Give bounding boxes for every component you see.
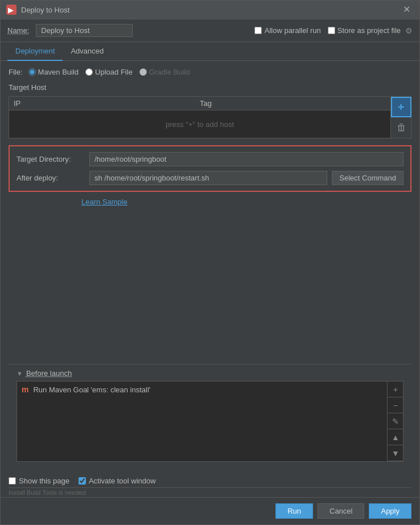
store-as-project-file-label[interactable]: Store as project file <box>337 26 401 35</box>
target-directory-label: Target Directory: <box>17 155 85 163</box>
target-host-section-label: Target Host <box>9 83 411 92</box>
after-deploy-input[interactable] <box>89 171 327 185</box>
ip-column-header: IP <box>14 99 200 108</box>
before-launch-header: ▼ Before launch <box>17 369 403 378</box>
svg-rect-5 <box>403 126 404 131</box>
allow-parallel-run-checkbox[interactable] <box>254 27 262 34</box>
gradle-build-option: Gradle Build <box>139 68 190 76</box>
upload-file-option: Upload File <box>85 68 133 76</box>
collapse-arrow-icon[interactable]: ▼ <box>17 370 23 377</box>
before-launch-items-list: m Run Maven Goal 'ems: clean install' + … <box>17 381 403 462</box>
upload-file-label[interactable]: Upload File <box>95 68 133 76</box>
select-command-button[interactable]: Select Command <box>332 171 403 185</box>
after-deploy-row: After deploy: Select Command <box>17 171 403 185</box>
store-as-project-file-checkbox[interactable] <box>328 27 335 34</box>
target-host-box: IP Tag press "+" to add host + <box>9 96 411 138</box>
apply-button[interactable]: Apply <box>369 503 411 519</box>
edit-launch-button[interactable]: ✎ <box>388 413 403 429</box>
app-icon: ▶ <box>6 5 17 15</box>
host-body-placeholder: press "+" to add host <box>9 110 390 138</box>
before-launch-section: ▼ Before launch m Run Maven Goal 'ems: c… <box>9 364 411 466</box>
dialog-window: ▶ Deploy to Host ✕ Name: Allow parallel … <box>0 0 420 525</box>
launch-list-content: m Run Maven Goal 'ems: clean install' <box>17 382 387 461</box>
host-actions: + <box>390 97 411 138</box>
name-input[interactable] <box>36 24 133 37</box>
svg-rect-4 <box>398 126 400 131</box>
tab-advanced[interactable]: Advanced <box>63 42 112 61</box>
dialog-title: Deploy to Host <box>21 6 400 14</box>
file-row: File: Maven Build Upload File Gradle Bui… <box>9 68 411 76</box>
file-label: File: <box>9 68 23 76</box>
launch-actions: + − ✎ ▲ ▼ <box>387 382 403 461</box>
gradle-build-label: Gradle Build <box>149 68 190 76</box>
main-content: File: Maven Build Upload File Gradle Bui… <box>1 61 419 473</box>
maven-build-option: Maven Build <box>28 68 79 76</box>
top-bar: Name: Allow parallel run Store as projec… <box>1 19 419 42</box>
target-directory-row: Target Directory: <box>17 152 403 166</box>
target-directory-input[interactable] <box>89 152 403 166</box>
show-page-option: Show this page <box>9 477 69 485</box>
before-launch-label: Before launch <box>26 369 72 378</box>
activate-tool-window-label[interactable]: Activate tool window <box>89 477 156 485</box>
run-button[interactable]: Run <box>275 503 313 519</box>
maven-build-label[interactable]: Maven Build <box>38 68 79 76</box>
add-host-button[interactable]: + <box>391 97 411 117</box>
title-bar: ▶ Deploy to Host ✕ <box>1 1 419 19</box>
overflow-text: Install Build Tools is needed <box>1 488 419 497</box>
close-button[interactable]: ✕ <box>400 4 414 15</box>
parallel-run-group: Allow parallel run <box>254 26 321 35</box>
svg-rect-7 <box>401 126 402 131</box>
bottom-checkboxes: Show this page Activate tool window <box>1 473 419 487</box>
launch-list-area: m Run Maven Goal 'ems: clean install' + … <box>17 382 403 461</box>
cancel-button[interactable]: Cancel <box>318 503 364 519</box>
maven-icon: m <box>22 385 28 394</box>
gear-icon[interactable]: ⚙ <box>405 26 413 35</box>
allow-parallel-run-label[interactable]: Allow parallel run <box>265 26 321 35</box>
gradle-build-radio <box>139 68 147 76</box>
tab-deployment[interactable]: Deployment <box>7 42 63 61</box>
svg-text:▶: ▶ <box>8 6 14 14</box>
activate-tool-window-option: Activate tool window <box>79 477 156 485</box>
move-down-launch-button[interactable]: ▼ <box>388 445 403 461</box>
name-label: Name: <box>7 26 29 35</box>
host-table-header: IP Tag <box>9 97 390 110</box>
footer: Run Cancel Apply <box>1 497 419 524</box>
launch-item-text: Run Maven Goal 'ems: clean install' <box>33 385 382 394</box>
svg-rect-3 <box>400 124 403 125</box>
delete-host-button[interactable] <box>391 117 411 138</box>
launch-item: m Run Maven Goal 'ems: clean install' <box>17 382 387 397</box>
learn-sample-link[interactable]: Learn Sample <box>81 196 411 207</box>
remove-launch-button[interactable]: − <box>388 397 403 413</box>
show-page-checkbox[interactable] <box>9 477 16 485</box>
move-up-launch-button[interactable]: ▲ <box>388 429 403 445</box>
upload-file-radio[interactable] <box>85 68 93 76</box>
tab-bar: Deployment Advanced <box>1 42 419 61</box>
add-launch-button[interactable]: + <box>388 382 403 397</box>
store-project-group: Store as project file ⚙ <box>328 26 413 35</box>
maven-build-radio[interactable] <box>28 68 36 76</box>
config-box: Target Directory: After deploy: Select C… <box>9 145 411 192</box>
activate-tool-window-checkbox[interactable] <box>79 477 86 485</box>
tag-column-header: Tag <box>200 99 386 108</box>
file-type-radio-group: Maven Build Upload File Gradle Build <box>28 68 190 76</box>
show-page-label[interactable]: Show this page <box>19 477 69 485</box>
after-deploy-label: After deploy: <box>17 174 85 182</box>
